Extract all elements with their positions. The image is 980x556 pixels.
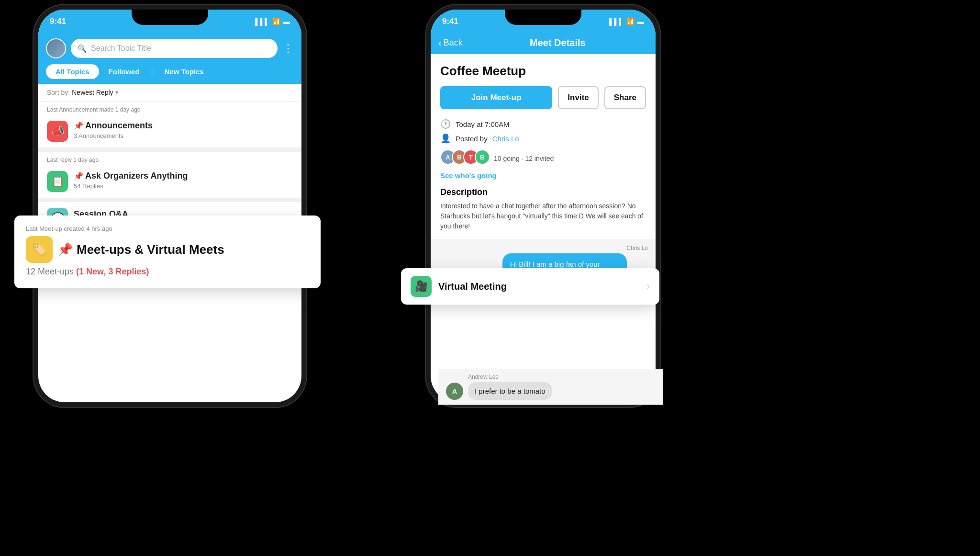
battery-icon-left: ▬ (283, 18, 290, 25)
organizers-title: 📌 Ask Organizers Anything (74, 171, 188, 181)
posted-by-label: Posted by (456, 135, 488, 143)
pin-icon-meetups: 📌 (57, 242, 73, 257)
chat-avatar-2: A (446, 383, 463, 400)
going-row: A B T B 10 going · 12 invited (440, 149, 646, 168)
tab-new-topics[interactable]: New Topics (155, 64, 213, 79)
action-buttons: Join Meet-up Invite Share (440, 86, 646, 109)
wifi-icon-left: 📶 (272, 18, 280, 25)
announcements-icon: 📣 (47, 121, 68, 142)
search-icon: 🔍 (78, 44, 87, 53)
virtual-meeting-chevron-icon: › (646, 280, 650, 293)
partial-chat-row: A I prefer to be a tomato (446, 382, 656, 400)
virtual-meeting-icon: 🎥 (411, 276, 432, 297)
meetups-highlight: (1 New, 3 Replies) (76, 267, 149, 276)
back-chevron-icon: ‹ (438, 37, 442, 48)
organizers-icon: 📋 (47, 171, 68, 192)
separator-2 (38, 198, 301, 202)
description-title: Description (440, 187, 646, 197)
more-options-icon[interactable]: ⋮ (282, 42, 294, 55)
share-button[interactable]: Share (604, 86, 646, 109)
pin-icon-organizers: 📌 (74, 171, 83, 181)
author-link[interactable]: Chris Lo (492, 135, 519, 143)
organizers-sub: 54 Replies (74, 182, 188, 190)
announcements-title: 📌 Announcements (74, 121, 153, 131)
sort-chevron-icon[interactable]: ▾ (115, 89, 118, 96)
organizers-content: 📌 Ask Organizers Anything 54 Replies (74, 171, 188, 190)
search-placeholder: Search Topic Title (91, 44, 151, 53)
topic-item-announcements[interactable]: 📣 📌 Announcements 3 Announcements (38, 115, 301, 148)
status-icons-right: ▌▌▌ 📶 ▬ (609, 18, 644, 25)
separator-1 (38, 148, 301, 152)
notch-right (505, 10, 581, 25)
meetups-card-label: Last Meet-up created 4 hrs ago (26, 225, 309, 232)
topic-section-announcements: Last Announcement made 1 day ago 📣 📌 Ann… (38, 102, 301, 148)
meet-details-nav: ‹ Back Meet Details (431, 34, 656, 54)
meetups-card-title: 📌 Meet-ups & Virtual Meets (57, 242, 224, 257)
virtual-meeting-title: Virtual Meeting (438, 281, 640, 292)
time-left: 9:41 (50, 17, 66, 26)
signal-icon-left: ▌▌▌ (255, 18, 269, 25)
topic-section-organizers: Last reply 1 day ago 📋 📌 Ask Organizers … (38, 152, 301, 198)
nav-title: Meet Details (468, 37, 648, 48)
going-count: 10 going · 12 invited (494, 155, 554, 162)
sort-label: Sort by: (47, 89, 70, 96)
partial-chat-section: Andrew Lee A I prefer to be a tomato (438, 369, 663, 405)
notch-left (132, 10, 208, 25)
status-icons-left: ▌▌▌ 📶 ▬ (255, 18, 290, 25)
chat-bubble-2: I prefer to be a tomato (468, 382, 552, 400)
user-avatar-left[interactable] (46, 38, 66, 58)
floating-card-virtual[interactable]: 🎥 Virtual Meeting › (401, 268, 659, 305)
left-search-header: 🔍 Search Topic Title ⋮ (38, 34, 301, 64)
clock-icon: 🕐 (440, 119, 451, 129)
right-phone: 9:41 ▌▌▌ 📶 ▬ ‹ Back Meet Details Coffee … (431, 10, 656, 402)
meta-time-row: 🕐 Today at 7:00AM (440, 119, 646, 129)
announcements-content: 📌 Announcements 3 Announcements (74, 121, 153, 139)
invite-button[interactable]: Invite (558, 86, 598, 109)
join-meetup-button[interactable]: Join Meet-up (440, 86, 552, 109)
tabs-bar: All Topics Followed | New Topics (38, 64, 301, 84)
avatar-4: B (475, 149, 490, 165)
announcements-sub: 3 Announcements (74, 132, 153, 139)
meet-content: Coffee Meetup Join Meet-up Invite Share … (431, 54, 656, 231)
organizers-section-label: Last reply 1 day ago (38, 152, 301, 165)
meetups-card-sub: 12 Meet-ups (1 New, 3 Replies) (26, 267, 309, 277)
signal-icon-right: ▌▌▌ (609, 18, 624, 25)
tab-followed[interactable]: Followed (99, 64, 149, 79)
meta-author-row: 👤 Posted by Chris Lo (440, 133, 646, 144)
announcements-section-label: Last Announcement made 1 day ago (38, 102, 301, 115)
time-right: 9:41 (442, 17, 458, 26)
avatars-row: A B T B (440, 149, 486, 165)
wifi-icon-right: 📶 (626, 18, 635, 25)
description-text: Interested to have a chat together after… (440, 201, 646, 231)
chat-sender-1-name: Chris Lo (438, 245, 648, 251)
see-who-going-link[interactable]: See who's going (440, 171, 646, 180)
search-box[interactable]: 🔍 Search Topic Title (71, 39, 278, 58)
tab-divider: | (151, 68, 153, 76)
meet-time: Today at 7:00AM (456, 120, 510, 128)
back-button[interactable]: ‹ Back (438, 37, 463, 48)
tab-all-topics[interactable]: All Topics (46, 64, 99, 79)
meet-meta: 🕐 Today at 7:00AM 👤 Posted by Chris Lo (440, 119, 646, 144)
meetups-card-icon: 🏷️ (26, 236, 53, 263)
sort-value: Newest Reply (72, 89, 113, 96)
topic-item-organizers[interactable]: 📋 📌 Ask Organizers Anything 54 Replies (38, 165, 301, 198)
pin-icon-announcements: 📌 (74, 121, 83, 130)
floating-card-meetups[interactable]: Last Meet-up created 4 hrs ago 🏷️ 📌 Meet… (14, 216, 321, 288)
sort-bar: Sort by: Newest Reply ▾ (38, 84, 301, 102)
chat-sender-2-name: Andrew Lee (468, 374, 656, 380)
meetups-card-title-row: 🏷️ 📌 Meet-ups & Virtual Meets (26, 236, 309, 263)
meet-title: Coffee Meetup (440, 64, 646, 79)
back-label: Back (444, 38, 463, 48)
partial-chat-content: Andrew Lee A I prefer to be a tomato (438, 369, 663, 405)
person-icon: 👤 (440, 133, 451, 144)
left-phone: 9:41 ▌▌▌ 📶 ▬ 🔍 Search Topic Title ⋮ All … (38, 10, 301, 402)
battery-icon-right: ▬ (637, 18, 644, 25)
